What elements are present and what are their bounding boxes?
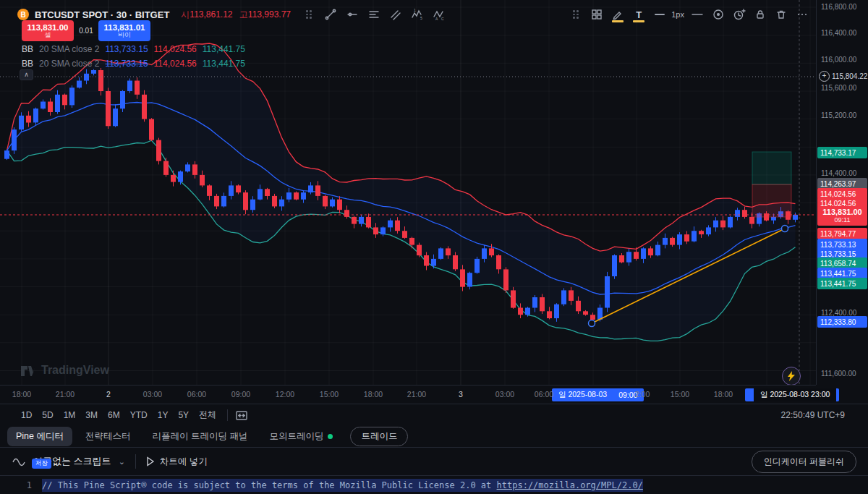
more-options-icon[interactable] xyxy=(794,7,810,22)
trash-icon[interactable] xyxy=(773,7,789,22)
line-number: 1 xyxy=(0,480,42,490)
indicator-name: BB xyxy=(22,59,33,69)
indicator-legend-row[interactable]: BB20 SMA close 2113,733.15114,024.56113,… xyxy=(22,42,245,56)
panel-tab-0[interactable]: Pine 에디터 xyxy=(7,427,72,446)
text-color-icon[interactable]: T xyxy=(631,7,647,22)
svg-text:C: C xyxy=(441,17,444,21)
time-axis-tick: 2 xyxy=(106,390,111,399)
drawing-tools-group: 15 AC xyxy=(301,7,447,22)
time-axis[interactable]: 일 2025-08-03 09:00 일 2025-08-03 23:00 18… xyxy=(0,385,816,404)
watermark-text: TradingView xyxy=(41,364,109,377)
range-button-전체[interactable]: 전체 xyxy=(194,406,221,423)
svg-text:1: 1 xyxy=(414,8,416,12)
range-button-6m[interactable]: 6M xyxy=(103,408,125,422)
chevron-down-icon[interactable]: ⌄ xyxy=(119,457,125,467)
legend-collapse-button[interactable]: ∧ xyxy=(20,69,33,80)
range-button-1d[interactable]: 1D xyxy=(16,408,37,422)
range-button-3m[interactable]: 3M xyxy=(80,408,103,422)
price-axis[interactable]: 113,831.00 09:11 116,800.00116,400.00116… xyxy=(816,0,868,385)
bb-lower-value: 113,441.75 xyxy=(203,44,245,54)
pencil-color-icon[interactable] xyxy=(610,7,626,22)
save-badge[interactable]: 저장 xyxy=(32,459,51,469)
panel-tab-label: 트레이드 xyxy=(361,430,397,443)
buy-button[interactable]: 113,831.01 바이 xyxy=(98,20,150,41)
line-style-icon[interactable] xyxy=(689,7,705,22)
open-label: 시 xyxy=(181,9,190,20)
panel-tab-4[interactable]: 트레이드 xyxy=(350,427,408,446)
alert-clock-icon[interactable] xyxy=(731,7,747,22)
pine-code-editor[interactable]: 1 // This Pine Script® code is subject t… xyxy=(0,476,868,494)
time-axis-tick: 03:00 xyxy=(495,390,514,399)
sell-price: 113,831.00 xyxy=(27,23,69,32)
range-button-ytd[interactable]: YTD xyxy=(125,408,153,422)
panel-tab-3[interactable]: 모의트레이딩 xyxy=(260,427,341,446)
price-axis-badge: 113,794.77 xyxy=(817,228,867,239)
parallel-channel-tool-icon[interactable] xyxy=(388,7,404,22)
main-chart[interactable]: B BTCUSDT SPOT · 30 · BITGET 시113,861.12… xyxy=(0,0,816,385)
lightning-button[interactable] xyxy=(782,367,801,385)
lightning-icon xyxy=(787,371,796,381)
svg-text:A: A xyxy=(435,17,438,21)
price-axis-tick: 116,800.00 xyxy=(821,3,856,11)
range-button-5y[interactable]: 5Y xyxy=(173,408,194,422)
alert-price-row: +115,804.22 xyxy=(819,71,867,82)
range-buttons: 1D5D1M3M6MYTD1Y5Y전체 xyxy=(16,406,221,423)
panel-tab-2[interactable]: 리플레이 트레이딩 패널 xyxy=(144,427,257,446)
horizontal-lines-tool-icon[interactable] xyxy=(366,7,382,22)
line-width-value[interactable]: 1px xyxy=(671,10,684,19)
sell-label: 셀 xyxy=(45,32,51,38)
price-axis-tick: 111,600.00 xyxy=(821,370,856,378)
layout-grid-icon[interactable] xyxy=(589,7,605,22)
pencil-color-swatch xyxy=(612,20,624,22)
horizontal-ray-tool-icon[interactable] xyxy=(344,7,360,22)
time-axis-tick: 06:00 xyxy=(187,390,206,399)
spread-value: 0.01 xyxy=(74,27,98,35)
trade-widget: 113,831.00 셀 0.01 113,831.01 바이 xyxy=(22,20,150,41)
price-axis-badge: 114,733.17 xyxy=(817,147,867,158)
high-value: 113,993.77 xyxy=(248,9,291,20)
time-axis-tick: 18:00 xyxy=(364,390,383,399)
panel-tab-1[interactable]: 전략테스터 xyxy=(77,427,140,446)
drag-handle-icon[interactable] xyxy=(301,7,317,22)
abc-pattern-tool-icon[interactable]: AC xyxy=(431,7,447,22)
add-to-chart-button[interactable]: 차트에 넣기 xyxy=(146,456,208,468)
indicator-legend-row[interactable]: BB20 SMA close 2113,733.15114,024.56113,… xyxy=(22,56,245,71)
price-axis-tick: 114,400.00 xyxy=(821,169,856,177)
lock-icon[interactable] xyxy=(752,7,768,22)
clock-display[interactable]: 22:50:49 UTC+9 xyxy=(781,410,845,420)
bb-basis-value: 113,733.15 xyxy=(105,59,148,69)
panel-tab-label: Pine 에디터 xyxy=(16,430,64,443)
text-color-swatch xyxy=(633,20,644,22)
drag-handle-icon[interactable] xyxy=(568,7,584,22)
svg-text:5: 5 xyxy=(420,16,422,20)
license-link[interactable]: https://mozilla.org/MPL/2.0/ xyxy=(497,480,643,490)
time-axis-tick: 12:00 xyxy=(276,390,294,399)
panel-tab-label: 리플레이 트레이딩 패널 xyxy=(153,430,248,443)
go-to-date-icon[interactable] xyxy=(234,407,250,423)
indicator-params: 20 SMA close 2 xyxy=(39,44,99,54)
divider xyxy=(135,454,136,469)
range-button-1m[interactable]: 1M xyxy=(59,408,81,422)
code-line[interactable]: // This Pine Script® code is subject to … xyxy=(42,480,643,490)
sell-button[interactable]: 113,831.00 셀 xyxy=(22,20,74,41)
time-axis-tick: 15:00 xyxy=(320,390,339,399)
bb-basis-value: 113,733.15 xyxy=(105,44,148,54)
open-value: 113,861.12 xyxy=(190,9,232,20)
tradingview-logo-icon xyxy=(20,363,36,378)
range-button-5d[interactable]: 5D xyxy=(37,408,58,422)
bb-upper-value: 114,024.56 xyxy=(154,44,197,54)
add-alert-button[interactable]: + xyxy=(819,71,830,82)
range-toolbar: 1D5D1M3M6MYTD1Y5Y전체 22:50:49 UTC+9 xyxy=(0,404,868,425)
elliott-wave-tool-icon[interactable]: 15 xyxy=(409,7,425,22)
buy-label: 바이 xyxy=(118,32,131,38)
high-label: 고 xyxy=(239,9,248,20)
publish-indicator-button[interactable]: 인디케이터 퍼블리쉬 xyxy=(752,451,856,473)
range-button-1y[interactable]: 1Y xyxy=(153,408,174,422)
tradingview-app: B BTCUSDT SPOT · 30 · BITGET 시113,861.12… xyxy=(0,0,868,494)
bb-upper-value: 114,024.56 xyxy=(154,59,197,69)
target-icon[interactable] xyxy=(710,7,726,22)
symbol-title[interactable]: BTCUSDT SPOT · 30 · BITGET xyxy=(35,9,169,20)
trendline-tool-icon[interactable] xyxy=(323,7,339,22)
line-width-icon[interactable] xyxy=(652,7,668,22)
tradingview-watermark: TradingView xyxy=(20,363,109,378)
